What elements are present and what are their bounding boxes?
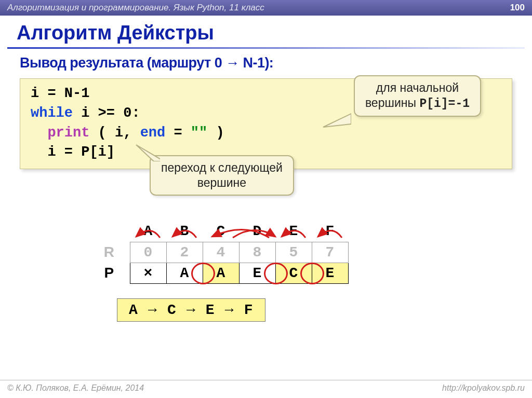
- breadcrumb: Алгоритмизация и программирование. Язык …: [7, 0, 264, 16]
- top-bar: Алгоритмизация и программирование. Язык …: [0, 0, 532, 16]
- page-number: 100: [510, 0, 525, 16]
- hdr-f: F: [312, 221, 348, 242]
- title-underline: [7, 47, 525, 49]
- callout-initial-vertex: для начальной вершины P[i]=-1: [354, 75, 481, 117]
- table-area: A B C D E F R 0 2 4 8 5 7 P × A A E C E: [94, 221, 532, 284]
- footer: © К.Ю. Поляков, Е.А. Ерёмин, 2014 http:/…: [0, 380, 532, 398]
- table-row-p: P × A A E C E: [94, 263, 348, 283]
- hdr-a: A: [130, 221, 166, 242]
- r-label: R: [94, 242, 130, 263]
- callout-bottom-tail: [134, 144, 160, 161]
- route-result: A → C → E → F: [117, 298, 265, 322]
- callout-top-tail: [320, 111, 351, 131]
- hdr-c: C: [203, 221, 239, 242]
- footer-url: http://kpolyakov.spb.ru: [442, 383, 525, 393]
- p-label: P: [94, 263, 130, 283]
- code-area: i = N-1 while i >= 0: print ( i, end = "…: [20, 78, 512, 169]
- slide-title: Алгоритм Дейкстры: [0, 16, 532, 47]
- svg-marker-1: [136, 145, 160, 161]
- hdr-e: E: [275, 221, 312, 242]
- hdr-d: D: [239, 221, 275, 242]
- footer-authors: © К.Ю. Поляков, Е.А. Ерёмин, 2014: [7, 383, 144, 393]
- table-header-row: A B C D E F: [94, 221, 348, 242]
- data-table: A B C D E F R 0 2 4 8 5 7 P × A A E C E: [94, 221, 349, 284]
- callout-next-vertex: переход к следующей вершине: [150, 155, 294, 196]
- svg-marker-0: [323, 114, 351, 127]
- hdr-b: B: [166, 221, 203, 242]
- code-line-3: print ( i, end = "" ): [31, 123, 501, 143]
- table-row-r: R 0 2 4 8 5 7: [94, 242, 348, 263]
